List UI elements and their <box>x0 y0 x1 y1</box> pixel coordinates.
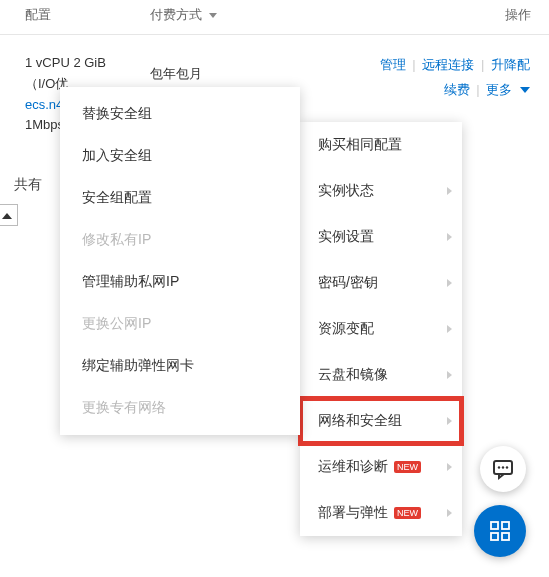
renew-link[interactable]: 续费 <box>444 82 470 97</box>
remote-connect-link[interactable]: 远程连接 <box>422 57 474 72</box>
svg-rect-4 <box>491 522 498 529</box>
submenu-item[interactable]: 绑定辅助弹性网卡 <box>60 345 300 387</box>
menu-item[interactable]: 实例设置 <box>300 214 462 260</box>
menu-item[interactable]: 实例状态 <box>300 168 462 214</box>
svg-rect-7 <box>502 533 509 540</box>
submenu-item: 修改私有IP <box>60 219 300 261</box>
new-badge: NEW <box>394 461 421 473</box>
submenu-item: 更换公网IP <box>60 303 300 345</box>
header-ops: 操作 <box>290 6 549 24</box>
menu-item[interactable]: 密码/密钥 <box>300 260 462 306</box>
header-config: 配置 <box>0 6 150 24</box>
menu-item[interactable]: 云盘和镜像 <box>300 352 462 398</box>
more-actions-menu: 购买相同配置实例状态实例设置密码/密钥资源变配云盘和镜像网络和安全组运维和诊断N… <box>300 122 462 536</box>
header-payment[interactable]: 付费方式 <box>150 6 290 24</box>
chevron-down-icon <box>209 13 217 18</box>
stepper-up-button[interactable] <box>0 204 18 226</box>
submenu-item[interactable]: 加入安全组 <box>60 135 300 177</box>
manage-link[interactable]: 管理 <box>380 57 406 72</box>
submenu-item[interactable]: 管理辅助私网IP <box>60 261 300 303</box>
menu-item[interactable]: 运维和诊断NEW <box>300 444 462 490</box>
table-header: 配置 付费方式 操作 <box>0 0 549 35</box>
submenu-item[interactable]: 替换安全组 <box>60 93 300 135</box>
menu-item[interactable]: 购买相同配置 <box>300 122 462 168</box>
chevron-down-icon <box>520 87 530 93</box>
menu-item[interactable]: 资源变配 <box>300 306 462 352</box>
chat-button[interactable] <box>480 446 526 492</box>
menu-item[interactable]: 部署与弹性NEW <box>300 490 462 536</box>
instance-spec: 1 vCPU 2 GiB <box>25 53 150 74</box>
apps-button[interactable] <box>474 505 526 557</box>
svg-point-3 <box>506 466 508 468</box>
chat-icon <box>491 457 515 481</box>
svg-rect-6 <box>491 533 498 540</box>
submenu-item: 更换专有网络 <box>60 387 300 429</box>
svg-rect-5 <box>502 522 509 529</box>
svg-point-1 <box>498 466 500 468</box>
submenu-item[interactable]: 安全组配置 <box>60 177 300 219</box>
more-link[interactable]: 更多 <box>486 82 530 97</box>
apps-grid-icon <box>488 519 512 543</box>
scale-link[interactable]: 升降配 <box>491 57 530 72</box>
menu-item[interactable]: 网络和安全组 <box>300 398 462 444</box>
new-badge: NEW <box>394 507 421 519</box>
network-security-submenu: 替换安全组加入安全组安全组配置修改私有IP管理辅助私网IP更换公网IP绑定辅助弹… <box>60 87 300 435</box>
svg-point-2 <box>502 466 504 468</box>
